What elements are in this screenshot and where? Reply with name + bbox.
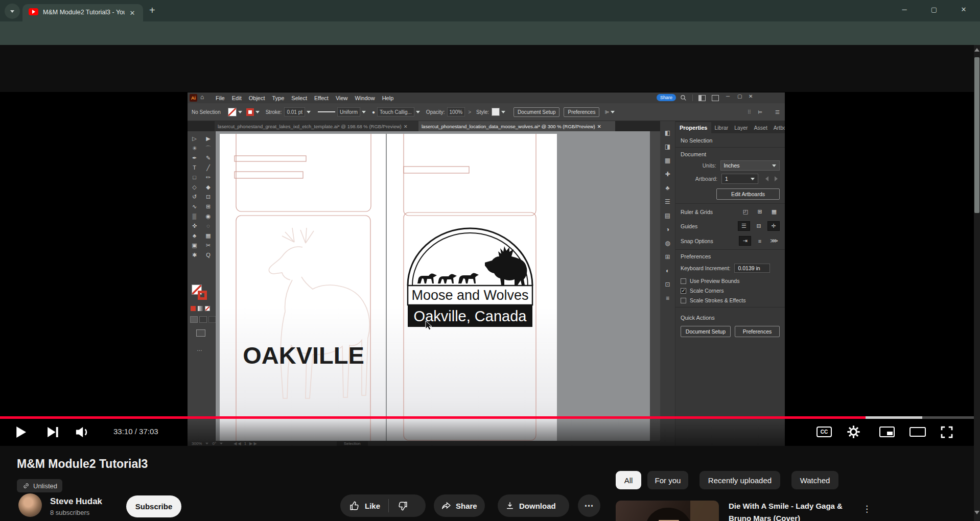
document-setup-button[interactable]: Document Setup — [514, 107, 560, 117]
tool-zoom-icon[interactable]: Q — [206, 252, 211, 258]
share-button[interactable]: Share — [434, 494, 485, 517]
brushes-panel-icon[interactable]: ✚ — [665, 171, 670, 178]
qa-preferences-button[interactable]: Preferences — [735, 326, 780, 337]
show-transparency-grid-icon[interactable]: ▦ — [768, 207, 780, 216]
tool-line-icon[interactable]: ╱ — [206, 164, 210, 171]
color-none-icon[interactable] — [205, 306, 210, 311]
tool-mesh-icon[interactable]: ▒ — [193, 213, 197, 220]
ai-share-button[interactable]: Share — [657, 94, 676, 101]
tool-symbol-sprayer-icon[interactable]: ♣ — [193, 232, 196, 239]
doc-tab-active[interactable]: lasercut_phonestand_location_data_moose_… — [418, 121, 615, 131]
fill-swatch-icon[interactable] — [228, 108, 237, 116]
color-fill-icon[interactable] — [191, 306, 196, 311]
menu-view[interactable]: View — [336, 95, 348, 101]
scale-strokes-checkbox[interactable] — [681, 298, 686, 303]
keyboard-increment-field[interactable]: 0.0139 in — [734, 264, 770, 273]
show-grid-icon[interactable]: ⊞ — [754, 207, 765, 216]
tool-free-transform-icon[interactable]: ⊡ — [206, 194, 211, 200]
symbols-panel-icon[interactable]: ♣ — [666, 184, 670, 192]
tool-paintbrush-icon[interactable]: ✏ — [206, 174, 211, 181]
show-guides-icon[interactable]: ☰ — [738, 221, 750, 231]
stroke-caret-icon[interactable] — [255, 111, 260, 113]
tool-rotate-icon[interactable]: ↺ — [192, 194, 197, 200]
menu-help[interactable]: Help — [382, 95, 394, 101]
units-select[interactable]: Inches — [720, 160, 780, 171]
new-tab-button[interactable]: + — [149, 5, 155, 16]
menu-type[interactable]: Type — [272, 95, 285, 101]
related-video-menu-icon[interactable]: ⋮ — [862, 504, 871, 514]
tool-gradient-icon[interactable]: ◉ — [206, 213, 211, 220]
ai-search-icon[interactable] — [680, 94, 687, 101]
related-video-title-line1[interactable]: Die With A Smile - Lady Gaga & — [729, 502, 843, 510]
qa-document-setup-button[interactable]: Document Setup — [681, 326, 731, 337]
menu-edit[interactable]: Edit — [232, 95, 242, 101]
edit-artboards-button[interactable]: Edit Artboards — [716, 188, 780, 200]
tool-direct-selection-icon[interactable]: ▶ — [206, 135, 210, 142]
workspace-icon[interactable] — [712, 95, 719, 101]
snap-pixel-icon[interactable]: ≡ — [754, 236, 765, 245]
tool-lasso-icon[interactable]: ⌒ — [205, 145, 211, 152]
stroke-swatch-icon[interactable] — [246, 108, 254, 116]
width-profile-select[interactable]: Uniform — [337, 107, 360, 116]
screen-mode-icon[interactable] — [196, 329, 205, 337]
list-icon[interactable]: ☰ — [775, 109, 780, 115]
fill-caret-icon[interactable] — [238, 111, 242, 113]
tool-column-graph-icon[interactable]: ▦ — [205, 232, 211, 239]
opacity-field[interactable]: 100% — [447, 107, 465, 116]
transparency-panel-icon[interactable]: ◑ — [666, 226, 669, 233]
snap-point-icon[interactable]: ⋙ — [768, 236, 780, 245]
scrollbar-up-icon[interactable] — [974, 48, 979, 52]
miniplayer-button[interactable] — [879, 427, 895, 437]
next-button[interactable] — [42, 422, 62, 442]
stroke-width-field[interactable]: 0.01 pt — [284, 107, 305, 116]
tool-curvature-icon[interactable]: ✎ — [206, 155, 211, 161]
ai-canvas[interactable]: OAKVILLE — [216, 131, 650, 446]
tab-artboards[interactable]: Artbo — [771, 122, 785, 133]
tool-hand-icon[interactable]: ✱ — [192, 252, 197, 258]
width-profile-caret-icon[interactable] — [362, 111, 366, 113]
theater-mode-button[interactable] — [909, 427, 926, 437]
chip-all[interactable]: All — [616, 471, 641, 489]
doc-tab-inactive[interactable]: lasercut_phonestand_great_lakes_ixd_etch… — [215, 121, 418, 131]
draw-inside-icon[interactable] — [208, 316, 216, 323]
gradient-panel-icon[interactable]: ◨ — [665, 143, 670, 150]
snap-grid-icon[interactable]: ⇥ — [739, 236, 751, 246]
tool-eraser-icon[interactable]: ◆ — [206, 184, 210, 191]
related-video-title-line2[interactable]: Bruno Mars (Cover) — [729, 514, 800, 521]
video-player[interactable]: Ai ⌂ File Edit Object Type Select Effect… — [0, 92, 980, 446]
window-minimize-button[interactable]: ─ — [897, 6, 912, 13]
brush-caret-icon[interactable] — [416, 111, 420, 113]
chip-for-you[interactable]: For you — [647, 471, 688, 489]
arrange-icon[interactable]: ⊨ — [758, 109, 762, 115]
tool-rectangle-icon[interactable]: □ — [193, 174, 196, 181]
tab-properties[interactable]: Properties — [675, 122, 711, 133]
menu-file[interactable]: File — [216, 95, 225, 101]
toolbar-stroke-swatch[interactable] — [198, 291, 207, 300]
page-scrollbar-thumb[interactable] — [974, 57, 979, 213]
stroke-panel-icon[interactable]: ☰ — [665, 198, 670, 205]
doc-tab-close-icon[interactable]: ✕ — [597, 124, 601, 129]
settings-gear-icon[interactable] — [846, 424, 861, 440]
tool-magic-wand-icon[interactable]: ✳ — [192, 145, 197, 152]
ai-minimize-icon[interactable]: ─ — [726, 93, 730, 99]
menu-object[interactable]: Object — [249, 95, 265, 101]
tool-slice-icon[interactable]: ✂ — [206, 242, 211, 249]
channel-name[interactable]: Steve Hudak — [50, 496, 102, 507]
tab-close-icon[interactable]: ✕ — [128, 8, 137, 17]
dislike-icon[interactable] — [397, 501, 408, 511]
like-icon[interactable] — [349, 501, 360, 511]
ai-close-icon[interactable]: ✕ — [749, 93, 753, 99]
style-caret-icon[interactable] — [501, 111, 505, 113]
like-label[interactable]: Like — [365, 502, 380, 510]
download-button[interactable]: Download — [498, 494, 569, 517]
tool-artboard-icon[interactable]: ▣ — [192, 242, 197, 249]
fullscreen-button[interactable] — [939, 424, 954, 440]
show-rulers-icon[interactable]: ◰ — [740, 207, 751, 216]
links-panel-icon[interactable]: ◍ — [665, 240, 670, 247]
scrollbar-down-icon[interactable] — [974, 511, 979, 514]
chip-watched[interactable]: Watched — [791, 471, 838, 489]
opacity-more-icon[interactable]: > — [468, 109, 471, 115]
more-actions-button[interactable]: ⋯ — [578, 494, 600, 517]
artboard-prev-icon[interactable] — [765, 176, 768, 181]
toolbar-more-icon[interactable]: … — [197, 346, 203, 352]
